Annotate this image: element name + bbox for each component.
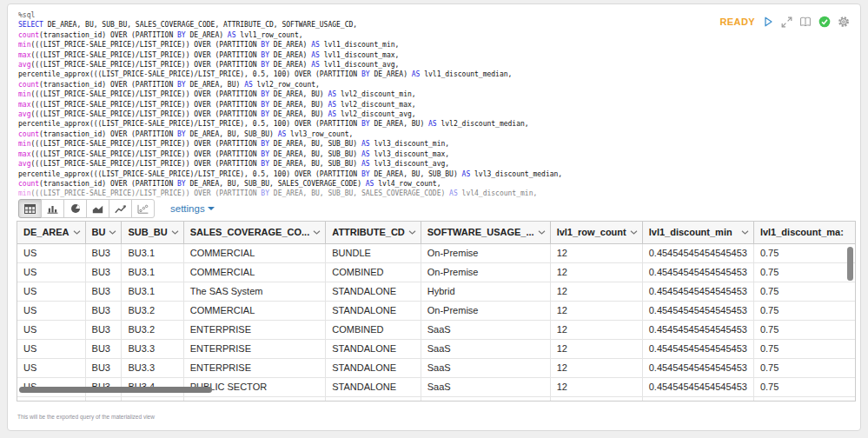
table-cell: US [17, 396, 85, 402]
open-book-icon[interactable] [799, 17, 812, 27]
code-line: percentile_approx(((LIST_PRICE-SALE_PRIC… [18, 70, 739, 79]
column-header-label: SUB_BU [128, 227, 167, 237]
table-cell: 0.45454545454545453 [642, 320, 753, 339]
table-cell: US [17, 282, 85, 301]
column-header[interactable]: SUB_BU [122, 222, 183, 243]
table-row: USBU3BU3.3ENTERPRISESTANDALONESaaS120.45… [17, 339, 856, 358]
table-cell: ENTERPRISE [183, 320, 326, 339]
table-cell: STANDALONE [326, 358, 421, 377]
status-badge: READY [719, 17, 755, 27]
table-cell: 12 [550, 243, 642, 262]
code-line: max(((LIST_PRICE-SALE_PRICE)/LIST_PRICE)… [18, 100, 739, 110]
code-line: min(((LIST_PRICE-SALE_PRICE)/LIST_PRICE)… [18, 90, 739, 99]
sql-editor[interactable]: %sqlSELECT DE_AREA, BU, SUB_BU, SALES_CO… [18, 10, 739, 199]
table-cell: BU3 [85, 301, 122, 320]
code-line: SELECT DE_AREA, BU, SUB_BU, SALES_COVERA… [18, 20, 739, 30]
table-cell: On-Premise [421, 243, 550, 262]
table-body: USBU3BU3.1COMMERCIALBUNDLEOn-Premise120.… [17, 243, 856, 402]
chevron-down-icon[interactable] [313, 230, 321, 235]
result-toolbar: settings [18, 199, 215, 218]
code-line: percentile_approx(((LIST_PRICE-SALE_PRIC… [18, 119, 739, 129]
column-header[interactable]: lvl1_discount_ma: [753, 222, 856, 243]
code-line: min(((LIST_PRICE-SALE_PRICE)/LIST_PRICE)… [18, 189, 739, 198]
table-row: USBU3BU3.3ENTERPRISESTANDALONESaaS120.45… [17, 358, 856, 377]
code-line: avg(((LIST_PRICE-SALE_PRICE)/LIST_PRICE)… [18, 159, 739, 169]
column-header-label: SOFTWARE_USAGE_... [427, 227, 534, 237]
table-cell: 0.75 [753, 377, 856, 396]
result-table-viewport: DE_AREABUSUB_BUSALES_COVERAGE_CO...ATTRI… [17, 221, 856, 402]
table-cell: SaaS [421, 320, 550, 339]
chevron-down-icon[interactable] [630, 230, 638, 235]
settings-dropdown[interactable]: settings [170, 203, 215, 214]
chevron-down-icon[interactable] [538, 230, 546, 235]
chevron-down-icon[interactable] [171, 230, 179, 235]
line-chart-view-button[interactable] [109, 199, 132, 218]
table-cell: BU3 [85, 320, 122, 339]
area-chart-view-button[interactable] [86, 199, 109, 218]
horizontal-scrollbar[interactable] [19, 387, 212, 393]
table-cell: COMBINED [326, 320, 421, 339]
code-line: max(((LIST_PRICE-SALE_PRICE)/LIST_PRICE)… [18, 50, 739, 60]
table-cell: STANDALONE [326, 282, 421, 301]
table-cell: BU3 [85, 396, 122, 402]
code-line: avg(((LIST_PRICE-SALE_PRICE)/LIST_PRICE)… [18, 110, 739, 119]
bar-chart-view-button[interactable] [41, 199, 64, 218]
code-line: %sql [18, 10, 739, 20]
scatter-chart-view-button[interactable] [131, 199, 155, 218]
table-cell: BU3 [85, 262, 122, 282]
table-row: USBU3BU3.1COMMERCIALBUNDLEOn-Premise120.… [17, 243, 856, 262]
chevron-down-icon[interactable] [109, 230, 116, 235]
column-header[interactable]: DE_AREA [17, 222, 85, 243]
compress-editor-icon[interactable] [781, 17, 792, 28]
vertical-scrollbar[interactable] [847, 247, 853, 281]
table-cell: COMMERCIAL [183, 301, 326, 320]
table-cell: 0.75 [753, 301, 856, 320]
column-header[interactable]: SALES_COVERAGE_CO... [183, 222, 326, 243]
table-cell: US [17, 358, 85, 377]
table-cell: US [17, 320, 85, 339]
column-header[interactable]: ATTRIBUTE_CD [326, 222, 421, 243]
table-cell: 12 [550, 339, 642, 358]
chevron-down-icon[interactable] [408, 230, 416, 235]
table-cell: BU3.1 [122, 262, 183, 282]
table-cell: On-Premise [421, 301, 550, 320]
column-header-label: lvl1_discount_ma: [760, 227, 844, 237]
settings-label: settings [170, 203, 205, 214]
table-cell: 0.45454545454545453 [642, 358, 753, 377]
code-line: min(((LIST_PRICE-SALE_PRICE)/LIST_PRICE)… [18, 40, 739, 50]
run-icon[interactable] [762, 16, 774, 28]
table-view-button[interactable] [18, 199, 42, 218]
column-header-label: lvl1_row_count [557, 227, 626, 237]
table-row: USBU3BU3.4PUBLIC SECTORSTANDALONESaaS120… [17, 396, 856, 402]
pie-chart-view-button[interactable] [63, 199, 87, 218]
table-cell: US [17, 339, 85, 358]
table-cell: 12 [550, 358, 642, 377]
column-header[interactable]: lvl1_row_count [550, 222, 642, 243]
table-cell: BU3 [85, 339, 122, 358]
chevron-down-icon[interactable] [741, 230, 749, 235]
column-header[interactable]: lvl1_discount_min [642, 222, 753, 243]
code-line: percentile_approx(((LIST_PRICE-SALE_PRIC… [18, 169, 739, 179]
table-cell: 0.75 [753, 262, 856, 282]
table-row: USBU3BU3.1COMMERCIALCOMBINEDOn-Premise12… [17, 262, 856, 282]
column-header[interactable]: SOFTWARE_USAGE_... [421, 222, 550, 243]
view-button-group [18, 199, 155, 218]
table-cell: 0.45454545454545453 [642, 339, 753, 358]
table-cell: BU3.1 [122, 282, 183, 301]
table-cell: 0.75 [753, 282, 856, 301]
table-cell: ENTERPRISE [183, 339, 326, 358]
chevron-down-icon[interactable] [73, 230, 81, 235]
column-header-label: DE_AREA [23, 227, 70, 237]
column-header[interactable]: BU [85, 222, 122, 243]
gear-icon[interactable] [838, 16, 850, 28]
table-cell: BU3.2 [122, 320, 183, 339]
table-cell: COMBINED [326, 262, 421, 282]
table-cell: 0.45454545454545453 [642, 262, 753, 282]
table-cell: COMMERCIAL [183, 262, 326, 282]
table-cell: BU3.3 [122, 339, 183, 358]
table-cell: US [17, 301, 85, 320]
table-cell: 12 [550, 262, 642, 282]
table-cell: 0.45454545454545453 [642, 243, 753, 262]
table-cell: 0.45454545454545453 [642, 377, 753, 396]
table-cell: 12 [550, 301, 642, 320]
